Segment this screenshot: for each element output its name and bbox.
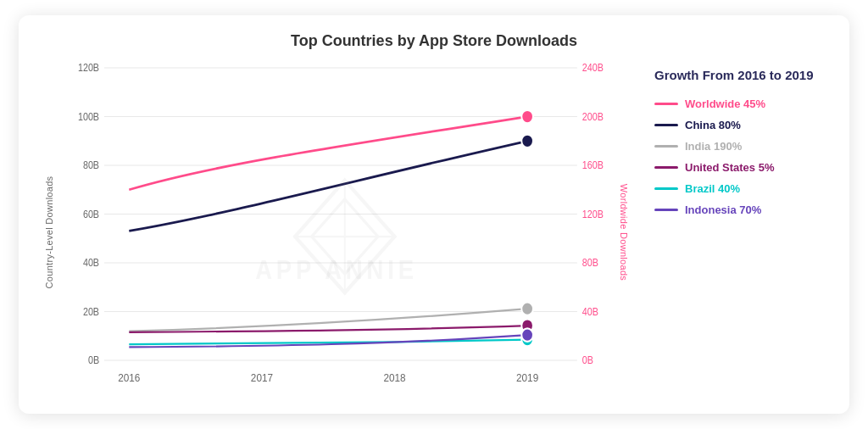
legend-color-swatch <box>654 166 678 169</box>
legend-color-swatch <box>654 187 678 190</box>
legend-color-swatch <box>654 103 678 105</box>
legend-item-label: United States 5% <box>685 161 774 174</box>
svg-text:0B: 0B <box>88 355 99 366</box>
svg-text:160B: 160B <box>582 160 604 171</box>
worldwide-line <box>129 117 527 190</box>
legend-item: China 80% <box>654 119 832 131</box>
legend-item: India 190% <box>654 140 832 153</box>
legend-items-container: Worldwide 45%China 80%India 190%United S… <box>654 98 832 216</box>
legend-color-swatch <box>654 209 678 211</box>
legend-item: Indonesia 70% <box>654 203 832 216</box>
indonesia-dot <box>521 328 533 341</box>
svg-text:200B: 200B <box>582 111 604 122</box>
chart-area: Country-Level Downloads 0B 20B 40B <box>36 58 832 405</box>
legend-item: Brazil 40% <box>654 182 832 195</box>
svg-text:2016: 2016 <box>118 372 140 385</box>
chart-svg-container: 0B 20B 40B 60B 80B 100B 120B 0B 40B 80B … <box>63 58 610 405</box>
svg-text:40B: 40B <box>83 258 99 269</box>
legend-item-label: Indonesia 70% <box>685 203 761 216</box>
china-dot <box>521 135 533 148</box>
svg-text:2018: 2018 <box>383 372 405 385</box>
chart-svg: 0B 20B 40B 60B 80B 100B 120B 0B 40B 80B … <box>63 58 610 405</box>
chart-card: Top Countries by App Store Downloads Cou… <box>19 15 849 414</box>
legend-color-swatch <box>654 124 678 126</box>
svg-text:100B: 100B <box>78 111 99 122</box>
india-dot <box>521 302 533 315</box>
right-axis-label-area: Worldwide Downloads <box>610 58 637 405</box>
legend-area: Growth From 2016 to 2019 Worldwide 45%Ch… <box>637 58 832 405</box>
svg-text:80B: 80B <box>83 160 99 171</box>
worldwide-dot <box>521 110 533 123</box>
svg-text:120B: 120B <box>582 209 604 220</box>
svg-text:120B: 120B <box>78 63 99 74</box>
svg-text:2017: 2017 <box>251 372 273 385</box>
legend-item-label: India 190% <box>685 140 742 153</box>
chart-title: Top Countries by App Store Downloads <box>36 32 832 50</box>
legend-color-swatch <box>654 145 678 148</box>
left-axis-label-area: Country-Level Downloads <box>36 58 63 405</box>
svg-text:60B: 60B <box>83 209 99 220</box>
watermark: APP ANNIE <box>255 255 418 284</box>
legend-title: Growth From 2016 to 2019 <box>654 67 832 84</box>
chart-main: 0B 20B 40B 60B 80B 100B 120B 0B 40B 80B … <box>63 58 610 405</box>
svg-text:240B: 240B <box>582 63 604 74</box>
legend-item: United States 5% <box>654 161 832 174</box>
legend-item-label: China 80% <box>685 119 741 131</box>
svg-text:20B: 20B <box>83 306 99 317</box>
svg-text:2019: 2019 <box>516 372 538 385</box>
legend-item-label: Brazil 40% <box>685 182 740 195</box>
left-axis-label: Country-Level Downloads <box>44 176 54 288</box>
svg-text:80B: 80B <box>582 258 598 269</box>
legend-item-label: Worldwide 45% <box>685 98 765 110</box>
svg-text:0B: 0B <box>582 355 593 366</box>
svg-text:40B: 40B <box>582 306 598 317</box>
legend-item: Worldwide 45% <box>654 98 832 110</box>
right-axis-label: Worldwide Downloads <box>619 183 629 280</box>
